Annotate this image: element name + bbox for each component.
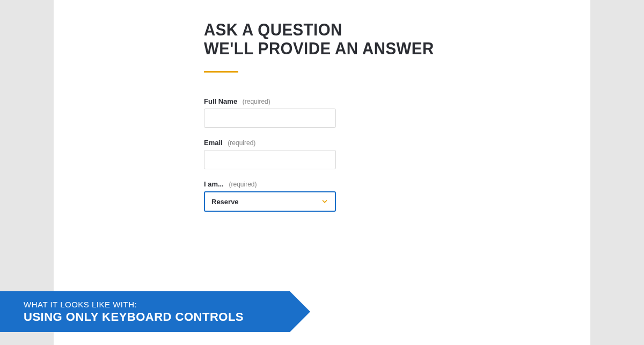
caption-banner: WHAT IT LOOKS LIKE WITH: USING ONLY KEYB…	[0, 291, 244, 332]
iam-select[interactable]: Reserve	[204, 191, 336, 212]
fullname-label: Full Name	[204, 97, 237, 105]
contact-form: Full Name (required) Email (required) I …	[204, 97, 336, 212]
caption-line-2: USING ONLY KEYBOARD CONTROLS	[24, 310, 244, 324]
fullname-label-row: Full Name (required)	[204, 97, 336, 105]
email-label-row: Email (required)	[204, 139, 336, 147]
field-fullname: Full Name (required)	[204, 97, 336, 128]
iam-required: (required)	[229, 181, 257, 188]
caption-line-1: WHAT IT LOOKS LIKE WITH:	[24, 300, 244, 309]
field-iam: I am... (required) Reserve	[204, 180, 336, 212]
heading-line-2: WE'LL PROVIDE AN ANSWER	[204, 39, 434, 58]
field-email: Email (required)	[204, 139, 336, 169]
email-required: (required)	[228, 139, 255, 147]
fullname-required: (required)	[243, 98, 270, 105]
content-area: ASK A QUESTION WE'LL PROVIDE AN ANSWER F…	[204, 20, 547, 222]
fullname-input[interactable]	[204, 109, 336, 128]
email-input[interactable]	[204, 150, 336, 169]
heading-underline	[204, 71, 238, 73]
iam-select-value: Reserve	[211, 198, 239, 206]
heading-line-1: ASK A QUESTION	[204, 20, 342, 39]
iam-label-row: I am... (required)	[204, 180, 336, 188]
email-label: Email	[204, 139, 223, 147]
caption-text: WHAT IT LOOKS LIKE WITH: USING ONLY KEYB…	[0, 300, 244, 324]
chevron-down-icon	[321, 198, 328, 205]
iam-label: I am...	[204, 180, 224, 188]
page-heading: ASK A QUESTION WE'LL PROVIDE AN ANSWER	[204, 20, 520, 58]
